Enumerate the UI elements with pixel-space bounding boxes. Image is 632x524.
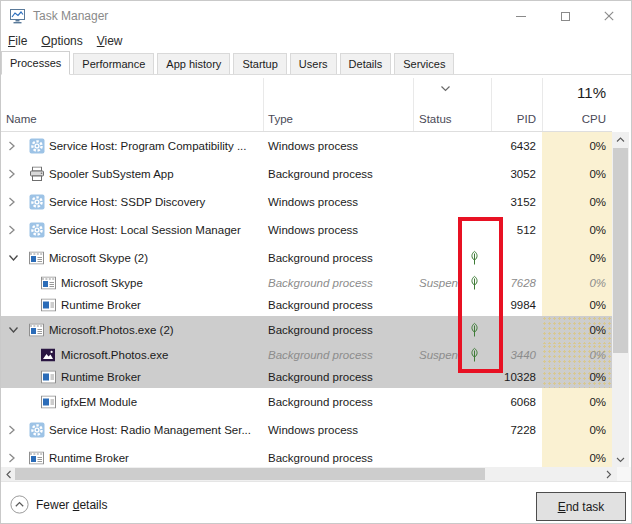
table-row[interactable]: Service Host: SSDP DiscoveryWindows proc… — [1, 188, 612, 216]
tab-users[interactable]: Users — [290, 53, 337, 74]
column-divider[interactable] — [263, 78, 264, 131]
scrollbar-corner — [617, 467, 632, 481]
process-status — [413, 216, 491, 244]
menubar: File Options View — [1, 31, 130, 51]
menu-options[interactable]: Options — [34, 32, 89, 50]
process-name: Service Host: Program Compatibility ... — [49, 140, 246, 152]
process-status — [413, 444, 491, 467]
status-text: Suspen — [419, 277, 458, 289]
task-manager-window: Task Manager File Options View Processes… — [0, 0, 632, 524]
table-row[interactable]: Service Host: Local Session ManagerWindo… — [1, 216, 612, 244]
process-cpu: 0% — [542, 160, 612, 188]
tab-details[interactable]: Details — [340, 53, 392, 74]
horizontal-scrollbar-thumb[interactable] — [15, 468, 485, 480]
fewer-details-toggle[interactable]: Fewer details — [10, 495, 107, 514]
process-pid: 3052 — [491, 160, 542, 188]
menu-file[interactable]: File — [1, 32, 34, 50]
process-name: Microsoft.Photos.exe — [61, 349, 168, 361]
tab-services[interactable]: Services — [394, 53, 454, 74]
column-header-pid[interactable]: PID — [491, 113, 536, 125]
table-row[interactable]: Runtime BrokerBackground process99840% — [1, 294, 612, 316]
process-cpu: 0% — [542, 132, 612, 160]
tab-startup[interactable]: Startup — [233, 53, 286, 74]
app-window-icon — [29, 452, 44, 465]
chevron-right-icon[interactable] — [8, 169, 16, 180]
process-cpu: 0% — [542, 444, 612, 467]
process-type: Background process — [263, 344, 413, 366]
process-pid: 7628 — [491, 272, 542, 294]
fewer-details-label: Fewer details — [36, 498, 107, 512]
scroll-left-arrow-icon[interactable] — [1, 467, 16, 481]
horizontal-scrollbar[interactable] — [1, 467, 632, 481]
process-status — [413, 160, 491, 188]
process-pid: 3440 — [491, 344, 542, 366]
maximize-button[interactable] — [543, 1, 587, 31]
process-status — [413, 244, 491, 272]
process-type: Background process — [263, 160, 413, 188]
scroll-down-arrow-icon[interactable] — [612, 452, 629, 467]
table-row[interactable]: Spooler SubSystem AppBackground process3… — [1, 160, 612, 188]
window-title: Task Manager — [33, 9, 108, 23]
name-cell: Runtime Broker — [1, 366, 263, 388]
process-type: Windows process — [263, 216, 413, 244]
process-name: igfxEM Module — [61, 396, 137, 408]
table-row[interactable]: Microsoft Skype (2)Background process0% — [1, 244, 612, 272]
vertical-scrollbar-thumb[interactable] — [613, 148, 628, 353]
minimize-button[interactable] — [499, 1, 543, 31]
name-cell: Service Host: Program Compatibility ... — [1, 132, 263, 160]
chevron-right-icon[interactable] — [8, 197, 16, 208]
tab-performance[interactable]: Performance — [73, 53, 154, 74]
process-cpu: 0% — [542, 366, 612, 388]
app-window-icon — [29, 252, 44, 265]
name-cell: Microsoft Skype (2) — [1, 244, 263, 272]
suspended-leaf-icon — [469, 323, 480, 338]
table-row[interactable]: Runtime BrokerBackground process103280% — [1, 366, 612, 388]
suspended-leaf-icon — [469, 348, 480, 363]
process-pid — [491, 316, 542, 344]
process-name: Service Host: Radio Management Ser... — [49, 424, 251, 436]
chevron-right-icon[interactable] — [8, 141, 16, 152]
minimize-icon — [516, 16, 526, 17]
column-divider[interactable] — [413, 78, 414, 131]
table-row[interactable]: Service Host: Program Compatibility ...W… — [1, 132, 612, 160]
table-row[interactable]: Runtime BrokerBackground process0% — [1, 444, 612, 467]
process-pid — [491, 244, 542, 272]
table-row[interactable]: Service Host: Radio Management Ser...Win… — [1, 416, 612, 444]
end-task-button[interactable]: End task — [536, 492, 626, 521]
name-cell: Service Host: Local Session Manager — [1, 216, 263, 244]
table-row[interactable]: Microsoft SkypeBackground processSuspen7… — [1, 272, 612, 294]
column-header-name[interactable]: Name — [6, 113, 37, 125]
column-header-status[interactable]: Status — [419, 113, 452, 125]
gear-icon — [29, 222, 45, 238]
process-status — [413, 294, 491, 316]
process-type: Background process — [263, 366, 413, 388]
chevron-right-icon[interactable] — [8, 225, 16, 236]
scroll-up-arrow-icon[interactable] — [612, 132, 629, 147]
tab-app-history[interactable]: App history — [157, 53, 230, 74]
process-name: Runtime Broker — [49, 452, 129, 464]
chevron-down-icon[interactable] — [8, 326, 19, 334]
process-cpu: 0% — [542, 416, 612, 444]
column-header-cpu[interactable]: CPU — [542, 113, 606, 125]
chevron-right-icon[interactable] — [8, 425, 16, 436]
gear-icon — [29, 194, 45, 210]
table-row[interactable]: Microsoft.Photos.exeBackground processSu… — [1, 344, 612, 366]
scroll-right-arrow-icon[interactable] — [601, 467, 616, 481]
process-name: Service Host: Local Session Manager — [49, 224, 241, 236]
column-header-type[interactable]: Type — [268, 113, 293, 125]
close-button[interactable] — [587, 1, 631, 31]
app-window-icon — [41, 277, 56, 290]
app-window-blue-icon — [41, 371, 56, 384]
table-row[interactable]: Microsoft.Photos.exe (2)Background proce… — [1, 316, 612, 344]
process-name: Spooler SubSystem App — [49, 168, 174, 180]
chevron-right-icon[interactable] — [8, 453, 16, 464]
vertical-scrollbar[interactable] — [612, 132, 629, 467]
chevron-down-icon[interactable] — [8, 254, 19, 262]
process-name: Runtime Broker — [61, 299, 141, 311]
menu-view[interactable]: View — [90, 32, 130, 50]
process-type: Background process — [263, 316, 413, 344]
table-row[interactable]: igfxEM ModuleBackground process60680% — [1, 388, 612, 416]
tab-processes[interactable]: Processes — [1, 51, 70, 75]
process-cpu: 0% — [542, 388, 612, 416]
column-header: Name Type Status PID CPU 11% — [1, 75, 612, 132]
